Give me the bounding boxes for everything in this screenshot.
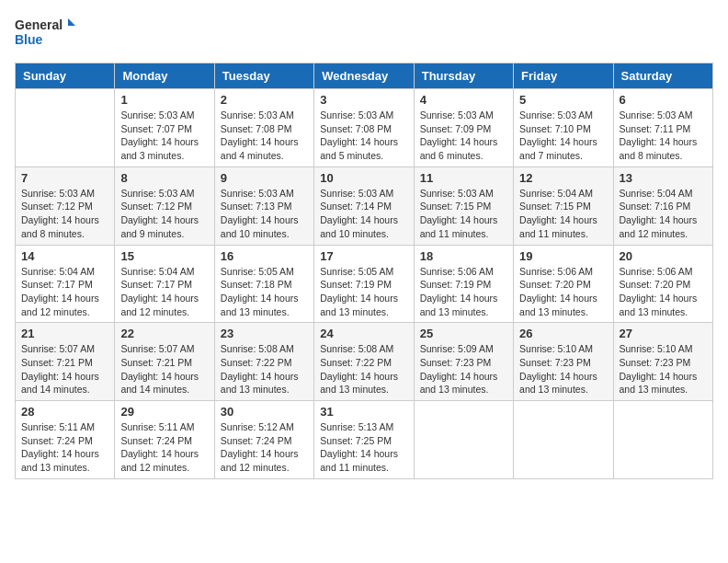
day-number: 19 (519, 249, 607, 263)
calendar-cell: 28Sunrise: 5:11 AM Sunset: 7:24 PM Dayli… (16, 401, 115, 479)
col-header-tuesday: Tuesday (214, 63, 313, 89)
calendar-cell (414, 401, 513, 479)
day-number: 21 (21, 327, 108, 340)
calendar-cell: 5Sunrise: 5:03 AM Sunset: 7:10 PM Daylig… (514, 89, 613, 167)
calendar-cell: 20Sunrise: 5:06 AM Sunset: 7:20 PM Dayli… (613, 245, 712, 323)
page-header: General Blue (15, 15, 713, 53)
day-info: Sunrise: 5:03 AM Sunset: 7:12 PM Dayligh… (21, 187, 108, 241)
day-info: Sunrise: 5:03 AM Sunset: 7:10 PM Dayligh… (519, 109, 607, 163)
calendar-cell: 31Sunrise: 5:13 AM Sunset: 7:25 PM Dayli… (314, 401, 414, 479)
day-number: 27 (620, 327, 707, 340)
calendar-cell: 22Sunrise: 5:07 AM Sunset: 7:21 PM Dayli… (115, 323, 214, 401)
calendar-cell (514, 401, 613, 479)
calendar-week-row: 28Sunrise: 5:11 AM Sunset: 7:24 PM Dayli… (16, 401, 713, 479)
day-number: 11 (420, 171, 507, 185)
calendar-cell: 21Sunrise: 5:07 AM Sunset: 7:21 PM Dayli… (16, 323, 115, 401)
calendar-cell: 2Sunrise: 5:03 AM Sunset: 7:08 PM Daylig… (214, 89, 313, 167)
day-number: 8 (120, 171, 208, 185)
day-number: 30 (221, 405, 308, 419)
day-info: Sunrise: 5:03 AM Sunset: 7:15 PM Dayligh… (420, 187, 507, 241)
day-info: Sunrise: 5:10 AM Sunset: 7:23 PM Dayligh… (519, 342, 607, 396)
calendar-cell: 10Sunrise: 5:03 AM Sunset: 7:14 PM Dayli… (314, 167, 414, 245)
day-number: 9 (221, 171, 308, 185)
day-number: 6 (620, 93, 707, 107)
day-info: Sunrise: 5:05 AM Sunset: 7:18 PM Dayligh… (221, 265, 308, 319)
calendar-cell: 13Sunrise: 5:04 AM Sunset: 7:16 PM Dayli… (613, 167, 712, 245)
calendar-cell: 16Sunrise: 5:05 AM Sunset: 7:18 PM Dayli… (214, 245, 313, 323)
calendar-cell: 6Sunrise: 5:03 AM Sunset: 7:11 PM Daylig… (613, 89, 712, 167)
day-number: 28 (21, 405, 108, 419)
day-info: Sunrise: 5:06 AM Sunset: 7:19 PM Dayligh… (420, 265, 507, 319)
calendar-cell: 29Sunrise: 5:11 AM Sunset: 7:24 PM Dayli… (115, 401, 214, 479)
day-info: Sunrise: 5:03 AM Sunset: 7:07 PM Dayligh… (120, 109, 208, 163)
day-info: Sunrise: 5:12 AM Sunset: 7:24 PM Dayligh… (221, 420, 308, 475)
svg-text:Blue: Blue (15, 32, 43, 47)
day-info: Sunrise: 5:04 AM Sunset: 7:15 PM Dayligh… (519, 187, 607, 241)
calendar-week-row: 1Sunrise: 5:03 AM Sunset: 7:07 PM Daylig… (16, 89, 713, 167)
day-number: 23 (221, 327, 308, 340)
day-info: Sunrise: 5:10 AM Sunset: 7:23 PM Dayligh… (620, 342, 707, 396)
day-info: Sunrise: 5:04 AM Sunset: 7:16 PM Dayligh… (620, 187, 707, 241)
calendar-cell: 1Sunrise: 5:03 AM Sunset: 7:07 PM Daylig… (115, 89, 214, 167)
day-number: 5 (519, 93, 607, 107)
day-number: 14 (21, 249, 108, 263)
col-header-friday: Friday (514, 63, 613, 89)
day-info: Sunrise: 5:03 AM Sunset: 7:08 PM Dayligh… (221, 109, 308, 163)
day-info: Sunrise: 5:06 AM Sunset: 7:20 PM Dayligh… (519, 265, 607, 319)
day-number: 31 (320, 405, 407, 419)
day-info: Sunrise: 5:03 AM Sunset: 7:11 PM Dayligh… (620, 109, 707, 163)
calendar-cell: 25Sunrise: 5:09 AM Sunset: 7:23 PM Dayli… (414, 323, 513, 401)
day-number: 20 (620, 249, 707, 263)
svg-text:General: General (15, 17, 63, 32)
col-header-sunday: Sunday (16, 63, 115, 89)
calendar-week-row: 7Sunrise: 5:03 AM Sunset: 7:12 PM Daylig… (16, 167, 713, 245)
calendar-week-row: 14Sunrise: 5:04 AM Sunset: 7:17 PM Dayli… (16, 245, 713, 323)
calendar-table: SundayMondayTuesdayWednesdayThursdayFrid… (15, 63, 713, 479)
calendar-cell: 7Sunrise: 5:03 AM Sunset: 7:12 PM Daylig… (16, 167, 115, 245)
day-number: 3 (320, 93, 407, 107)
day-info: Sunrise: 5:04 AM Sunset: 7:17 PM Dayligh… (120, 265, 208, 319)
day-info: Sunrise: 5:09 AM Sunset: 7:23 PM Dayligh… (420, 342, 507, 396)
day-number: 24 (320, 327, 407, 340)
calendar-cell: 4Sunrise: 5:03 AM Sunset: 7:09 PM Daylig… (414, 89, 513, 167)
day-info: Sunrise: 5:03 AM Sunset: 7:13 PM Dayligh… (221, 187, 308, 241)
day-info: Sunrise: 5:08 AM Sunset: 7:22 PM Dayligh… (320, 342, 407, 396)
col-header-thursday: Thursday (414, 63, 513, 89)
day-number: 17 (320, 249, 407, 263)
calendar-cell (613, 401, 712, 479)
day-number: 2 (221, 93, 308, 107)
day-number: 7 (21, 171, 108, 185)
calendar-cell: 14Sunrise: 5:04 AM Sunset: 7:17 PM Dayli… (16, 245, 115, 323)
calendar-cell: 19Sunrise: 5:06 AM Sunset: 7:20 PM Dayli… (514, 245, 613, 323)
calendar-cell (16, 89, 115, 167)
day-number: 16 (221, 249, 308, 263)
day-info: Sunrise: 5:05 AM Sunset: 7:19 PM Dayligh… (320, 265, 407, 319)
day-number: 12 (519, 171, 607, 185)
calendar-cell: 12Sunrise: 5:04 AM Sunset: 7:15 PM Dayli… (514, 167, 613, 245)
day-number: 10 (320, 171, 407, 185)
calendar-cell: 11Sunrise: 5:03 AM Sunset: 7:15 PM Dayli… (414, 167, 513, 245)
logo-svg: General Blue (15, 15, 79, 53)
calendar-cell: 27Sunrise: 5:10 AM Sunset: 7:23 PM Dayli… (613, 323, 712, 401)
day-number: 4 (420, 93, 507, 107)
calendar-cell: 30Sunrise: 5:12 AM Sunset: 7:24 PM Dayli… (214, 401, 313, 479)
day-info: Sunrise: 5:03 AM Sunset: 7:09 PM Dayligh… (420, 109, 507, 163)
calendar-cell: 9Sunrise: 5:03 AM Sunset: 7:13 PM Daylig… (214, 167, 313, 245)
day-info: Sunrise: 5:11 AM Sunset: 7:24 PM Dayligh… (21, 420, 108, 475)
calendar-week-row: 21Sunrise: 5:07 AM Sunset: 7:21 PM Dayli… (16, 323, 713, 401)
day-number: 26 (519, 327, 607, 340)
day-info: Sunrise: 5:06 AM Sunset: 7:20 PM Dayligh… (620, 265, 707, 319)
day-info: Sunrise: 5:07 AM Sunset: 7:21 PM Dayligh… (120, 342, 208, 396)
calendar-cell: 26Sunrise: 5:10 AM Sunset: 7:23 PM Dayli… (514, 323, 613, 401)
calendar-cell: 17Sunrise: 5:05 AM Sunset: 7:19 PM Dayli… (314, 245, 414, 323)
calendar-cell: 23Sunrise: 5:08 AM Sunset: 7:22 PM Dayli… (214, 323, 313, 401)
day-info: Sunrise: 5:07 AM Sunset: 7:21 PM Dayligh… (21, 342, 108, 396)
col-header-monday: Monday (115, 63, 214, 89)
calendar-cell: 18Sunrise: 5:06 AM Sunset: 7:19 PM Dayli… (414, 245, 513, 323)
day-info: Sunrise: 5:03 AM Sunset: 7:12 PM Dayligh… (120, 187, 208, 241)
calendar-cell: 15Sunrise: 5:04 AM Sunset: 7:17 PM Dayli… (115, 245, 214, 323)
day-info: Sunrise: 5:03 AM Sunset: 7:08 PM Dayligh… (320, 109, 407, 163)
day-number: 29 (120, 405, 208, 419)
day-info: Sunrise: 5:04 AM Sunset: 7:17 PM Dayligh… (21, 265, 108, 319)
col-header-saturday: Saturday (613, 63, 712, 89)
